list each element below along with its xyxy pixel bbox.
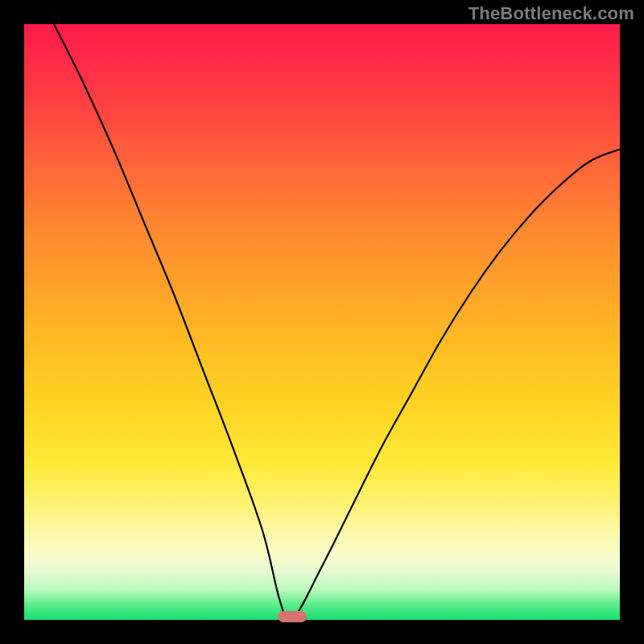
plot-area bbox=[24, 24, 620, 620]
minimum-marker bbox=[278, 611, 307, 622]
curve-svg bbox=[24, 24, 620, 620]
bottleneck-curve-path bbox=[54, 24, 620, 620]
chart-frame: TheBottleneck.com bbox=[0, 0, 644, 644]
watermark-text: TheBottleneck.com bbox=[469, 3, 634, 24]
